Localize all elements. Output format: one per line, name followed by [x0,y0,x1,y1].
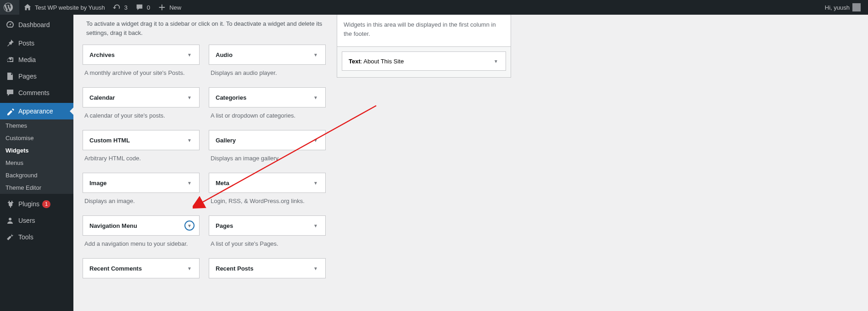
widget-archives[interactable]: Archives▼ [83,45,200,65]
new-label: New [169,4,181,11]
chevron-down-icon: ▼ [493,58,499,64]
widget-meta[interactable]: Meta▼ [209,173,326,193]
chevron-down-icon: ▼ [312,51,319,58]
pin-icon [6,39,15,48]
widget-categories[interactable]: Categories▼ [209,87,326,107]
wp-logo[interactable] [0,0,19,15]
widget-audio[interactable]: Audio▼ [209,45,326,65]
tools-icon [6,232,15,242]
widget-archives-desc: A monthly archive of your site's Posts. [83,65,200,83]
media-icon [6,55,15,64]
widget-area-footer: Widgets in this area will be displayed i… [337,15,511,283]
site-title: Test WP website by Yuush [35,4,105,11]
widget-pages-desc: A list of your site's Pages. [209,236,326,254]
new-content[interactable]: New [154,0,185,15]
chevron-down-icon: ▼ [186,137,193,143]
menu-users[interactable]: Users [0,212,73,229]
greeting-text: Hi, yuush [825,4,850,11]
comment-icon [135,3,144,12]
menu-appearance[interactable]: Appearance [0,103,73,119]
plugin-icon [6,199,15,209]
intro-text: To activate a widget drag it to a sideba… [86,19,334,37]
submenu-menus[interactable]: Menus [0,157,73,169]
menu-posts[interactable]: Posts [0,35,73,51]
widget-image-desc: Displays an image. [83,193,200,211]
avatar [852,3,861,11]
menu-comments[interactable]: Comments [0,85,73,101]
plugins-badge: 1 [42,200,50,208]
submenu-customise[interactable]: Customise [0,132,73,144]
wordpress-icon [4,3,13,12]
menu-tools[interactable]: Tools [0,229,73,245]
content-area: To activate a widget drag it to a sideba… [73,15,868,311]
menu-media[interactable]: Media [0,51,73,68]
chevron-down-icon: ▼ [186,180,193,186]
menu-plugins[interactable]: Plugins 1 [0,196,73,212]
chevron-down-icon: ▼ [186,265,193,271]
chevron-down-icon: ▼ [186,222,193,229]
widget-audio-desc: Displays an audio player. [209,65,326,83]
submenu-appearance: Themes Customise Widgets Menus Backgroun… [0,119,73,194]
widget-navigation-menu[interactable]: Navigation Menu▼ [83,215,200,236]
chevron-down-icon: ▼ [186,94,193,101]
appearance-icon [6,107,15,116]
comments-icon [6,88,15,97]
widget-navigation-menu-desc: Add a navigation menu to your sidebar. [83,236,200,254]
chevron-down-icon: ▼ [312,94,319,101]
svg-point-0 [9,218,11,221]
admin-sidebar: Dashboard Posts Media Pages Comments App… [0,15,73,311]
page-icon [6,72,15,81]
widget-calendar-desc: A calendar of your site's posts. [83,107,200,125]
menu-dashboard[interactable]: Dashboard [0,17,73,33]
widget-pages[interactable]: Pages▼ [209,215,326,236]
comments-link[interactable]: 0 [131,0,154,15]
available-widgets: To activate a widget drag it to a sideba… [83,15,326,283]
dashboard-icon [6,20,15,29]
widget-meta-desc: Login, RSS, & WordPress.org links. [209,193,326,211]
submenu-theme-editor[interactable]: Theme Editor [0,181,73,194]
area-widget-text[interactable]: Text: About This Site ▼ [342,51,506,71]
update-icon [112,3,122,12]
site-link[interactable]: Test WP website by Yuush [19,0,109,15]
widget-recent-posts[interactable]: Recent Posts▼ [209,258,326,278]
submenu-background[interactable]: Background [0,169,73,181]
comments-count: 0 [147,4,150,11]
plus-icon [157,3,167,12]
widget-image[interactable]: Image▼ [83,173,200,193]
updates-count: 3 [124,4,128,11]
menu-pages[interactable]: Pages [0,68,73,85]
widget-gallery[interactable]: Gallery▼ [209,130,326,150]
users-icon [6,216,15,225]
widget-categories-desc: A list or dropdown of categories. [209,107,326,125]
widget-custom-html[interactable]: Custom HTML▼ [83,130,200,150]
submenu-themes[interactable]: Themes [0,119,73,132]
chevron-down-icon: ▼ [312,137,319,143]
widget-calendar[interactable]: Calendar▼ [83,87,200,107]
chevron-down-icon: ▼ [186,51,193,58]
area-description: Widgets in this area will be displayed i… [337,15,511,47]
widget-recent-comments[interactable]: Recent Comments▼ [83,258,200,278]
submenu-widgets[interactable]: Widgets [0,144,73,157]
home-icon [23,3,32,12]
user-menu[interactable]: Hi, yuush [821,0,864,15]
admin-toolbar: Test WP website by Yuush 3 0 New Hi, yuu… [0,0,868,15]
updates-link[interactable]: 3 [109,0,131,15]
chevron-down-icon: ▼ [312,222,319,229]
chevron-down-icon: ▼ [312,180,319,186]
widget-gallery-desc: Displays an image gallery. [209,150,326,168]
chevron-down-icon: ▼ [312,265,319,271]
widget-custom-html-desc: Arbitrary HTML code. [83,150,200,168]
